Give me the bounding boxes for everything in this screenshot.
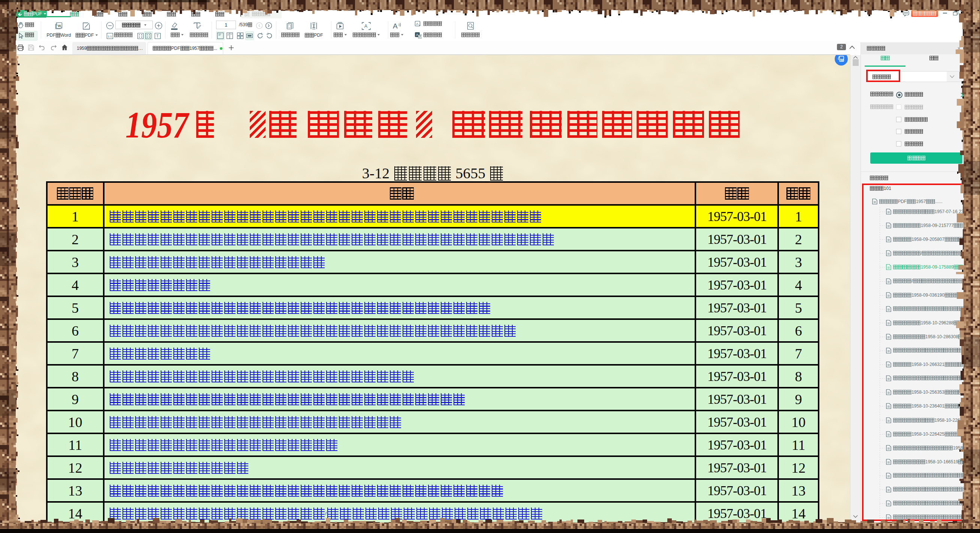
svg-text:W: W bbox=[840, 58, 844, 62]
